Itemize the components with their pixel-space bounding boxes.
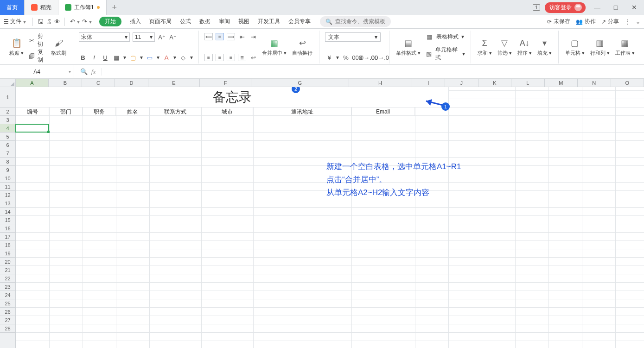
qa-redo-button[interactable]: ↷ <box>81 18 88 25</box>
tab-daoke[interactable]: 稻壳 <box>25 0 58 15</box>
auto-wrap-button[interactable]: ↩ 自动换行 <box>289 32 315 63</box>
rowcol-button[interactable]: ▥行和列 ▾ <box>587 32 612 63</box>
column-header-M[interactable]: M <box>545 79 578 87</box>
font-size-select[interactable]: 11▾ <box>133 32 155 42</box>
new-tab-button[interactable]: + <box>107 0 122 15</box>
caret-icon[interactable]: ▾ <box>123 54 126 61</box>
row-header-7[interactable]: 7 <box>0 149 15 158</box>
caret-icon[interactable]: ▾ <box>140 54 143 61</box>
fill-handle[interactable] <box>47 131 50 133</box>
window-close-button[interactable]: ✕ <box>627 4 641 11</box>
window-count-badge[interactable]: 1 <box>533 4 540 11</box>
row-header-15[interactable]: 15 <box>0 216 15 224</box>
row-header-13[interactable]: 13 <box>0 199 15 208</box>
bold-button[interactable]: B <box>79 53 87 62</box>
qa-save-button[interactable]: 🖫 <box>37 18 44 25</box>
file-menu[interactable]: ☰ 文件 ▾ <box>4 18 26 25</box>
row-header-20[interactable]: 20 <box>0 258 15 266</box>
row-header-10[interactable]: 10 <box>0 174 15 183</box>
qa-preview-button[interactable]: 👁 <box>53 18 61 25</box>
conditional-format-button[interactable]: ▤条件格式 ▾ <box>393 32 423 63</box>
cell-G2[interactable]: 通讯地址 <box>253 108 351 116</box>
row-header-14[interactable]: 14 <box>0 208 15 216</box>
ribbon-tab-layout[interactable]: 页面布局 <box>149 18 172 25</box>
currency-button[interactable]: ¥ <box>325 53 333 62</box>
cell-grid[interactable]: 备忘录 编号部门职务姓名联系方式城市通讯地址Email 1 2 新建一个空白表格… <box>16 87 644 348</box>
cell-button[interactable]: ▢单元格 ▾ <box>562 32 587 63</box>
row-header-28[interactable]: 28 <box>0 324 15 333</box>
ribbon-tab-data[interactable]: 数据 <box>199 18 210 25</box>
cell-F2[interactable]: 城市 <box>201 108 253 116</box>
column-header-J[interactable]: J <box>445 79 478 87</box>
row-header-6[interactable]: 6 <box>0 141 15 149</box>
row-header-4[interactable]: 4 <box>0 124 15 133</box>
row-header-17[interactable]: 17 <box>0 233 15 241</box>
caret-icon[interactable]: ▾ <box>190 54 193 61</box>
column-header-F[interactable]: F <box>200 79 251 87</box>
align-bottom-button[interactable]: ⟹ <box>227 33 235 40</box>
caret-icon[interactable]: ▾ <box>336 54 339 61</box>
table-style-button[interactable]: ▦表格样式 ▾ <box>425 32 465 41</box>
dec-dec-button[interactable]: .00→.0 <box>375 53 383 62</box>
column-header-O[interactable]: O <box>611 79 644 87</box>
row-header-18[interactable]: 18 <box>0 241 15 249</box>
fill-color-button[interactable]: ▢ <box>129 53 137 62</box>
number-format-select[interactable]: 文本▾ <box>325 32 381 42</box>
qa-print-button[interactable]: 🖨 <box>45 18 52 25</box>
clear-format-button[interactable]: ◇ <box>179 53 187 62</box>
row-header-24[interactable]: 24 <box>0 291 15 299</box>
command-search[interactable]: 🔍 查找命令、搜索模板 <box>320 16 391 27</box>
merged-title-cell[interactable]: 备忘录 <box>16 87 448 108</box>
coop-button[interactable]: 👥协作 <box>576 18 596 25</box>
sort-button[interactable]: A↓排序 ▾ <box>515 32 535 63</box>
align-top-button[interactable]: ⟸ <box>204 33 213 40</box>
row-header-3[interactable]: 3 <box>0 116 15 124</box>
column-header-E[interactable]: E <box>148 79 200 87</box>
caret-icon[interactable]: ▾ <box>157 54 159 61</box>
column-header-B[interactable]: B <box>49 79 82 87</box>
format-painter-button[interactable]: 🖌 格式刷 <box>48 32 69 63</box>
align-justify-button[interactable]: ≣ <box>238 54 246 61</box>
row-header-25[interactable]: 25 <box>0 299 15 308</box>
share-button[interactable]: ↗分享 <box>601 18 619 25</box>
ribbon-tab-start[interactable]: 开始 <box>99 17 121 26</box>
align-middle-button[interactable]: ≡ <box>216 33 224 40</box>
column-header-C[interactable]: C <box>82 79 115 87</box>
column-header-I[interactable]: I <box>412 79 445 87</box>
qa-undo-button[interactable]: ↶ <box>69 18 76 25</box>
column-header-K[interactable]: K <box>478 79 511 87</box>
cell-H2[interactable]: Email <box>351 108 415 116</box>
border-button[interactable]: ▦ <box>112 53 121 62</box>
more-button[interactable]: ⋮ <box>625 19 630 25</box>
italic-button[interactable]: I <box>90 53 98 62</box>
cell-style-button[interactable]: ▧单元格样式 ▾ <box>425 46 465 62</box>
copy-button[interactable]: 🗐复制 <box>28 48 46 64</box>
fill-button[interactable]: ▾填充 ▾ <box>535 32 555 63</box>
filter-button[interactable]: ▽筛选 ▾ <box>495 32 515 63</box>
row-header-8[interactable]: 8 <box>0 158 15 166</box>
column-header-H[interactable]: H <box>349 79 412 87</box>
fx-icon[interactable]: fx <box>91 68 96 76</box>
cell-B2[interactable]: 部门 <box>49 108 83 116</box>
collapse-ribbon-button[interactable]: ⌄ <box>636 19 640 25</box>
row-header-21[interactable]: 21 <box>0 266 15 274</box>
ribbon-tab-formula[interactable]: 公式 <box>180 18 191 25</box>
ribbon-tab-vip[interactable]: 会员专享 <box>288 18 311 25</box>
row-header-9[interactable]: 9 <box>0 166 15 174</box>
column-header-N[interactable]: N <box>578 79 611 87</box>
tab-workbook1[interactable]: 工作簿1 <box>58 0 107 15</box>
ribbon-tab-insert[interactable]: 插入 <box>130 18 141 25</box>
sum-button[interactable]: Σ求和 ▾ <box>475 32 495 63</box>
outline-color-button[interactable]: ▭ <box>146 53 154 62</box>
sheet-button[interactable]: ▦工作表 ▾ <box>612 32 638 63</box>
align-center-button[interactable]: ≡ <box>216 54 224 61</box>
row-header-22[interactable]: 22 <box>0 274 15 283</box>
percent-button[interactable]: % <box>342 53 350 62</box>
row-header-1[interactable]: 1 <box>0 87 15 108</box>
ribbon-tab-review[interactable]: 审阅 <box>219 18 230 25</box>
ribbon-tab-dev[interactable]: 开发工具 <box>258 18 280 25</box>
cut-button[interactable]: ✂剪切 <box>28 32 46 48</box>
row-header-11[interactable]: 11 <box>0 183 15 191</box>
paste-button[interactable]: 📋 粘贴 ▾ <box>6 32 26 63</box>
unsaved-button[interactable]: ⟳未保存 <box>547 18 570 25</box>
